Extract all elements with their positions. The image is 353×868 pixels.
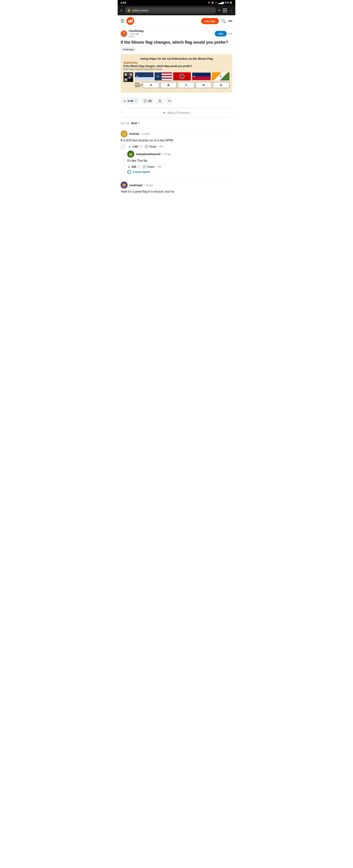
reply-1-1-actions: ▲ 205 ▽ 💬 Reply ••• xyxy=(127,164,233,169)
comment-1-actions: − ▲ 1.6K ▽ 💬 Reply ••• xyxy=(120,144,233,149)
svg-text:🐸: 🐸 xyxy=(129,152,133,156)
hamburger-menu-icon[interactable]: ☰ xyxy=(120,19,124,23)
reply-1-1-author[interactable]: iampatmanbeyond xyxy=(136,152,161,156)
svg-point-5 xyxy=(121,31,127,36)
add-comment-text: Add a Comment xyxy=(167,111,190,115)
use-app-button[interactable]: Use App xyxy=(201,18,219,24)
add-comment-bar[interactable]: + Add a Comment xyxy=(120,108,233,118)
reply-icon: 💬 xyxy=(145,145,148,148)
voting-paper-question-label: QUESTION: xyxy=(123,61,230,64)
upvote-button[interactable]: ▲ xyxy=(123,99,127,103)
reddit-header-right: Use App 🔍 ••• xyxy=(201,18,233,24)
share-icon: ↪ xyxy=(168,99,171,103)
post-title: If the Illinois flag changes, which flag… xyxy=(120,40,233,45)
comment-1-downvote-button[interactable]: ▽ xyxy=(139,145,142,149)
svg-rect-22 xyxy=(131,76,132,77)
new-tab-icon[interactable]: + xyxy=(218,8,220,12)
flag-d: ★ xyxy=(192,72,211,81)
lock-icon: 🔒 xyxy=(127,9,131,12)
avatar-madmaxjr-icon: 🐱 xyxy=(120,182,128,188)
reply-1-1-header: 🐸 iampatmanbeyond • 1d ago xyxy=(127,151,233,158)
svg-rect-16 xyxy=(128,76,129,77)
reply-1-1-upvote-button[interactable]: ▲ xyxy=(127,165,131,168)
avatar-nbrixk-icon: 👑 xyxy=(120,130,128,137)
post-sub-info: r/vexillology 1 day ago Smiix xyxy=(129,29,144,38)
comments-section: 👑 N-brixk • 1d ago B is 8/10 but reminds… xyxy=(120,128,233,203)
comment-1-time: 1d ago xyxy=(142,132,149,135)
browser-url-bar[interactable]: 🔒 reddit.com/r/v xyxy=(125,7,216,13)
reply-1-1-downvote-button[interactable]: ▽ xyxy=(137,165,140,169)
post-author[interactable]: Smiix xyxy=(129,35,144,38)
post-author-time: 1 day ago xyxy=(129,32,144,35)
flag-a: ★ xyxy=(135,72,153,81)
subreddit-avatar-icon xyxy=(121,31,127,36)
award-button[interactable]: ♙ xyxy=(156,97,164,104)
comment-1-more-icon[interactable]: ••• xyxy=(160,144,163,149)
comment-1-author[interactable]: N-brixk xyxy=(130,132,139,135)
battery-icon: 97%🔋 xyxy=(225,1,233,4)
subreddit-avatar[interactable] xyxy=(120,30,127,37)
comment-1-header: 👑 N-brixk • 1d ago xyxy=(120,130,233,137)
post-action-bar: ▲ 2.3K ▽ 💬 1K ♙ ↪ xyxy=(120,95,233,106)
reply-1-1-vote-group: ▲ 205 ▽ xyxy=(127,165,140,169)
svg-text:🐱: 🐱 xyxy=(122,183,126,187)
svg-rect-15 xyxy=(128,74,129,75)
svg-rect-21 xyxy=(130,78,131,79)
svg-text:👑: 👑 xyxy=(122,131,127,136)
browser-more-icon[interactable]: ⋮ xyxy=(230,8,233,12)
header-more-icon[interactable]: ••• xyxy=(228,19,233,23)
comment-2-header: 🐱 madmaxjr • 1d ago xyxy=(120,182,233,188)
voting-paper-question: If the Illinois flag changes, which flag… xyxy=(123,65,230,68)
search-icon[interactable]: 🔍 xyxy=(221,19,226,23)
browser-bar: ⌂ 🔒 reddit.com/r/v + 6 ⋮ xyxy=(118,5,235,15)
collapse-comment-1-button[interactable]: − xyxy=(120,144,125,149)
reply-1-1-time: 1d ago xyxy=(164,153,171,155)
tab-count[interactable]: 6 xyxy=(223,8,227,12)
comment-2-author[interactable]: madmaxjr xyxy=(130,184,142,187)
svg-point-3 xyxy=(131,21,132,22)
flag-label-b: B xyxy=(160,82,177,88)
comment-2-body: Yeah it's a great flag in a vacuum, but … xyxy=(120,190,233,194)
comment-2: 🐱 madmaxjr • 1d ago Yeah it's a great fl… xyxy=(120,180,233,197)
award-icon: ♙ xyxy=(158,99,162,103)
sort-value[interactable]: Best xyxy=(131,122,137,125)
comment-1-avatar: 👑 xyxy=(120,130,128,137)
comment-1-reply-button[interactable]: 💬 Reply xyxy=(145,145,156,148)
bluetooth-icon: ✶ xyxy=(208,1,210,4)
reddit-snoo-icon xyxy=(127,17,134,25)
comment-1-body: B is 8/10 but reminds me of a thai DPRK xyxy=(120,138,233,143)
post-container: r/vexillology 1 day ago Smiix Join ••• I… xyxy=(118,27,235,203)
share-button[interactable]: ↪ xyxy=(166,97,173,104)
comment-1-upvote-button[interactable]: ▲ xyxy=(128,145,131,148)
reply-1-1-body: It's like Thai lite xyxy=(127,159,233,163)
reply-1-1-reply-button[interactable]: 💬 Reply xyxy=(143,165,154,168)
svg-rect-19 xyxy=(129,78,130,79)
status-bar: 9:55 ✶ 🔇 ◌ ▂▄▆ 97%🔋 xyxy=(118,0,235,5)
home-icon[interactable]: ⌂ xyxy=(120,8,122,12)
comment-1-meta: N-brixk • 1d ago xyxy=(130,132,149,135)
url-text[interactable]: reddit.com/r/v xyxy=(132,9,148,12)
reply-1-1-more-icon[interactable]: ••• xyxy=(157,164,161,169)
reddit-logo[interactable] xyxy=(127,17,134,25)
reply-1-1-avatar: 🐸 xyxy=(127,151,134,158)
reply-1-1-meta: iampatmanbeyond • 1d ago xyxy=(136,152,171,156)
avatar-iampatman-icon: 🐸 xyxy=(127,151,134,158)
reply-1-1: 🐸 iampatmanbeyond • 1d ago It's like Tha… xyxy=(127,149,233,178)
flag-c: 👤 xyxy=(173,72,191,81)
reddit-header-left: ☰ xyxy=(120,17,134,25)
comment-button[interactable]: 💬 1K xyxy=(141,98,154,104)
flag-label-d: D xyxy=(196,82,212,88)
add-comment-plus-icon: + xyxy=(163,111,166,115)
post-more-icon[interactable]: ••• xyxy=(228,32,233,36)
subreddit-name[interactable]: r/vexillology xyxy=(129,29,144,32)
join-button[interactable]: Join xyxy=(215,31,227,36)
more-replies-button[interactable]: + 2 more replies xyxy=(127,170,233,174)
flags-row: ★ ★ 👤 ★ xyxy=(135,72,230,81)
voting-paper-instruction: Rank flags using the instructions above. xyxy=(123,68,230,70)
flag-b: ★ xyxy=(154,72,172,81)
labels-row: WRITE NUMBER(S) HERE ➡ A B C D E xyxy=(135,82,230,88)
post-flair[interactable]: Redesigns xyxy=(120,47,137,52)
sort-chevron-icon[interactable]: ∨ xyxy=(138,122,140,124)
svg-rect-12 xyxy=(125,79,127,81)
downvote-button[interactable]: ▽ xyxy=(135,99,137,103)
